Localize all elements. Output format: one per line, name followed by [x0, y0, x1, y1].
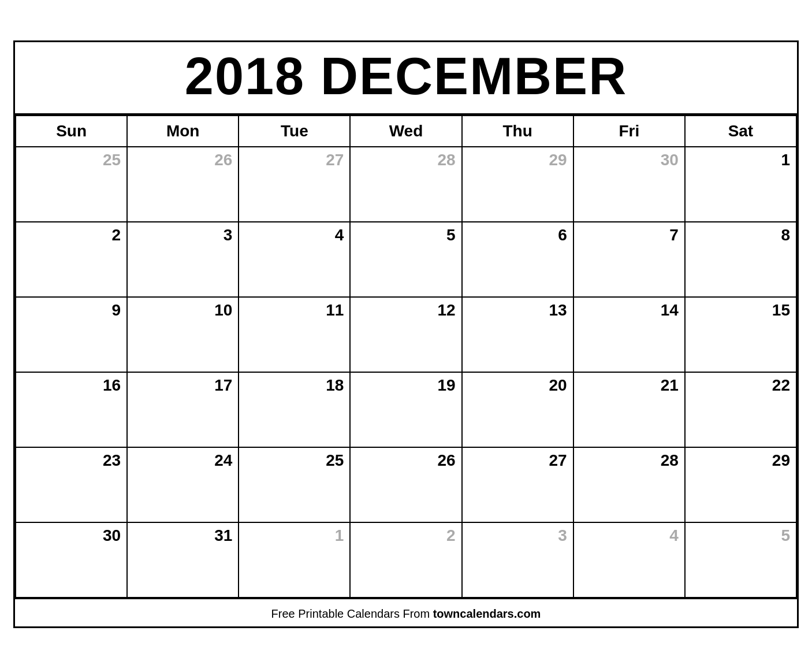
- day-number: 20: [465, 376, 567, 395]
- calendar-day-cell: 10: [127, 297, 239, 372]
- calendar-day-cell: 5: [350, 222, 461, 297]
- day-number: 30: [18, 526, 121, 545]
- calendar-day-cell: 25: [16, 147, 127, 222]
- calendar-day-cell: 2: [350, 522, 461, 598]
- calendar-day-cell: 29: [685, 447, 796, 522]
- calendar-year: 2018: [185, 47, 305, 105]
- day-number: 27: [465, 451, 567, 470]
- calendar-title: 2018 DECEMBER: [15, 42, 797, 115]
- calendar-day-cell: 4: [239, 222, 350, 297]
- day-number: 26: [130, 151, 232, 169]
- calendar-day-cell: 3: [127, 222, 239, 297]
- day-header-sun: Sun: [16, 116, 127, 147]
- day-number: 11: [241, 301, 344, 320]
- calendar-day-cell: 17: [127, 372, 239, 447]
- day-header-sat: Sat: [685, 116, 796, 147]
- calendar-day-cell: 5: [685, 522, 796, 598]
- day-number: 22: [688, 376, 790, 395]
- calendar-day-cell: 31: [127, 522, 239, 598]
- calendar-day-cell: 29: [462, 147, 573, 222]
- calendar-day-cell: 18: [239, 372, 350, 447]
- day-number: 4: [241, 226, 344, 244]
- calendar-day-cell: 15: [685, 297, 796, 372]
- day-number: 29: [465, 151, 567, 169]
- calendar-day-cell: 25: [239, 447, 350, 522]
- calendar-day-cell: 1: [685, 147, 796, 222]
- day-number: 7: [576, 226, 679, 244]
- calendar-day-cell: 28: [350, 147, 461, 222]
- footer-bold: towncalendars.com: [433, 607, 541, 620]
- day-number: 2: [353, 526, 455, 545]
- calendar-day-cell: 24: [127, 447, 239, 522]
- day-number: 9: [18, 301, 121, 320]
- calendar-day-cell: 8: [685, 222, 796, 297]
- day-number: 28: [576, 451, 679, 470]
- calendar-day-cell: 9: [16, 297, 127, 372]
- day-number: 27: [241, 151, 344, 169]
- day-number: 31: [130, 526, 232, 545]
- calendar-week-row: 23242526272829: [16, 447, 796, 522]
- calendar-day-cell: 16: [16, 372, 127, 447]
- calendar-month: DECEMBER: [321, 47, 627, 105]
- day-number: 5: [688, 526, 790, 545]
- day-number: 8: [688, 226, 790, 244]
- calendar-day-cell: 1: [239, 522, 350, 598]
- day-number: 18: [241, 376, 344, 395]
- calendar-day-cell: 30: [573, 147, 685, 222]
- calendar-day-cell: 12: [350, 297, 461, 372]
- calendar-footer: Free Printable Calendars From towncalend…: [15, 598, 797, 626]
- day-number: 30: [576, 151, 679, 169]
- calendar-week-row: 2526272829301: [16, 147, 796, 222]
- day-number: 16: [18, 376, 121, 395]
- day-number: 10: [130, 301, 232, 320]
- day-number: 24: [130, 451, 232, 470]
- day-header-wed: Wed: [350, 116, 461, 147]
- calendar-week-row: 2345678: [16, 222, 796, 297]
- calendar-day-cell: 13: [462, 297, 573, 372]
- day-number: 3: [465, 526, 567, 545]
- calendar-day-cell: 30: [16, 522, 127, 598]
- day-number: 28: [353, 151, 455, 169]
- calendar-day-cell: 2: [16, 222, 127, 297]
- calendar-grid: SunMonTueWedThuFriSat 252627282930123456…: [15, 115, 797, 598]
- day-header-tue: Tue: [239, 116, 350, 147]
- calendar-day-cell: 6: [462, 222, 573, 297]
- day-number: 6: [465, 226, 567, 244]
- day-number: 25: [241, 451, 344, 470]
- calendar-day-cell: 19: [350, 372, 461, 447]
- day-headers-row: SunMonTueWedThuFriSat: [16, 116, 796, 147]
- day-number: 26: [353, 451, 455, 470]
- day-number: 3: [130, 226, 232, 244]
- day-number: 19: [353, 376, 455, 395]
- day-number: 25: [18, 151, 121, 169]
- calendar-day-cell: 14: [573, 297, 685, 372]
- day-number: 17: [130, 376, 232, 395]
- day-header-fri: Fri: [573, 116, 685, 147]
- calendar-day-cell: 4: [573, 522, 685, 598]
- calendar-day-cell: 23: [16, 447, 127, 522]
- day-number: 12: [353, 301, 455, 320]
- day-number: 1: [241, 526, 344, 545]
- day-number: 29: [688, 451, 790, 470]
- calendar-day-cell: 26: [127, 147, 239, 222]
- day-header-thu: Thu: [462, 116, 573, 147]
- day-number: 14: [576, 301, 679, 320]
- footer-plain: Free Printable Calendars From: [271, 607, 433, 620]
- calendar-day-cell: 22: [685, 372, 796, 447]
- day-number: 5: [353, 226, 455, 244]
- day-header-mon: Mon: [127, 116, 239, 147]
- day-number: 13: [465, 301, 567, 320]
- calendar-day-cell: 20: [462, 372, 573, 447]
- calendar-day-cell: 27: [462, 447, 573, 522]
- day-number: 2: [18, 226, 121, 244]
- calendar-week-row: 16171819202122: [16, 372, 796, 447]
- calendar-day-cell: 11: [239, 297, 350, 372]
- calendar-container: 2018 DECEMBER SunMonTueWedThuFriSat 2526…: [13, 40, 799, 628]
- calendar-week-row: 303112345: [16, 522, 796, 598]
- day-number: 1: [688, 151, 790, 169]
- calendar-day-cell: 3: [462, 522, 573, 598]
- calendar-day-cell: 27: [239, 147, 350, 222]
- calendar-week-row: 9101112131415: [16, 297, 796, 372]
- day-number: 4: [576, 526, 679, 545]
- calendar-day-cell: 26: [350, 447, 461, 522]
